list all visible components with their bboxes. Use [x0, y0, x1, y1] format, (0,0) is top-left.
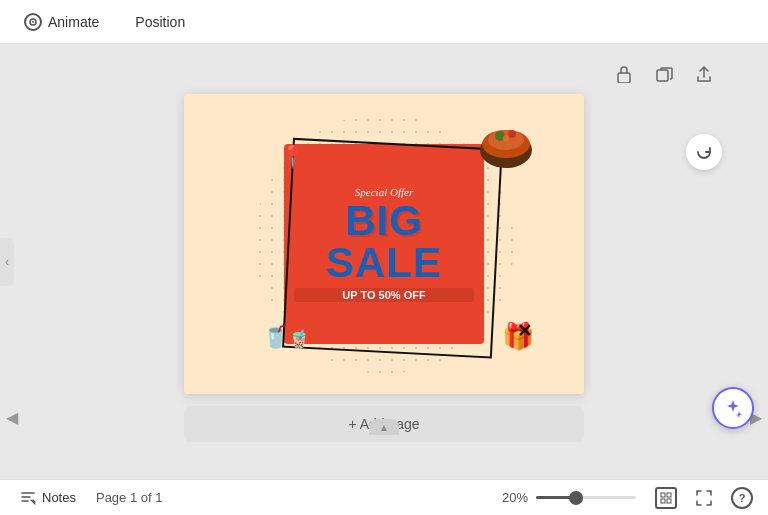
help-button[interactable]: ?	[728, 484, 756, 512]
upto-text: UP TO 50% OFF	[294, 288, 474, 302]
share-icon-btn[interactable]	[690, 60, 718, 88]
magic-button[interactable]	[712, 387, 754, 429]
grid-icon	[655, 487, 677, 509]
sale-text: SALE	[294, 242, 474, 284]
animate-label: Animate	[48, 14, 99, 30]
left-panel-toggle[interactable]	[0, 238, 14, 286]
svg-point-1	[32, 21, 34, 23]
zoom-section: 20%	[493, 490, 636, 505]
help-icon: ?	[731, 487, 753, 509]
position-button[interactable]: Position	[127, 10, 193, 34]
bottom-icons: ?	[652, 484, 756, 512]
expand-icon	[695, 489, 713, 507]
refresh-button[interactable]	[686, 134, 722, 170]
position-label: Position	[135, 14, 185, 30]
zoom-slider[interactable]	[536, 496, 636, 499]
bottom-bar: Notes Page 1 of 1 20%	[0, 479, 768, 515]
card-text: Special Offer BIG SALE UP TO 50% OFF	[294, 186, 474, 302]
x-decoration: ✕	[517, 320, 532, 342]
animate-button[interactable]: Animate	[16, 9, 107, 35]
design-card-wrapper: 📍 🥤 🧋 🎁	[184, 94, 584, 442]
main-area: 📍 🥤 🧋 🎁	[0, 44, 768, 479]
svg-rect-11	[667, 493, 671, 497]
zoom-level: 20%	[493, 490, 528, 505]
canvas-top-icons	[610, 60, 718, 88]
duplicate-icon-btn[interactable]	[650, 60, 678, 88]
panel-toggle-up[interactable]: ▲	[369, 419, 399, 435]
top-toolbar: Animate Position	[0, 0, 768, 44]
design-card[interactable]: 📍 🥤 🧋 🎁	[184, 94, 584, 394]
food-bowl-icon	[476, 122, 536, 174]
svg-point-9	[503, 135, 509, 141]
notes-button[interactable]: Notes	[12, 486, 84, 510]
svg-point-8	[508, 130, 516, 138]
animate-icon	[24, 13, 42, 31]
drink-cup-icon: 🥤	[262, 324, 289, 350]
canvas-area: 📍 🥤 🧋 🎁	[0, 44, 768, 479]
expand-button[interactable]	[690, 484, 718, 512]
location-pin-icon: 📍	[279, 144, 306, 170]
scroll-left-button[interactable]: ◀	[6, 408, 18, 427]
notes-icon	[20, 490, 36, 506]
svg-rect-12	[661, 499, 665, 503]
svg-rect-10	[661, 493, 665, 497]
big-text: BIG	[294, 200, 474, 242]
notes-label: Notes	[42, 490, 76, 505]
svg-rect-2	[618, 73, 630, 83]
zoom-slider-thumb[interactable]	[569, 491, 583, 505]
svg-rect-13	[667, 499, 671, 503]
page-info: Page 1 of 1	[96, 490, 163, 505]
grid-view-button[interactable]	[652, 484, 680, 512]
milk-cup-icon: 🧋	[288, 328, 310, 350]
lock-icon-btn[interactable]	[610, 60, 638, 88]
svg-rect-3	[657, 70, 668, 81]
